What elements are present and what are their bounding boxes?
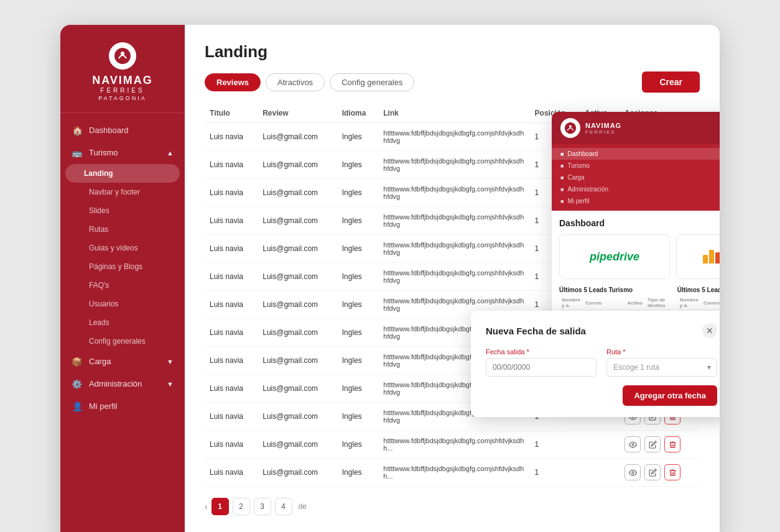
cell-idioma: Ingles xyxy=(337,235,379,263)
cell-acciones xyxy=(620,459,700,487)
overlay-fecha-header: Nueva Fecha de salida ✕ xyxy=(486,323,717,338)
cell-link: httttwww.fdbffjbdsjdbgsjkdbgfg.comjshfdv… xyxy=(378,179,529,207)
overlay-nav-icon-perfil: ■ xyxy=(560,198,564,204)
cell-titulo: Luis navia xyxy=(205,403,258,431)
agregar-fecha-button[interactable]: Agregar otra fecha xyxy=(623,385,717,406)
ov-col-nombre: Nombre y a. xyxy=(559,296,583,310)
crear-button[interactable]: Crear xyxy=(642,71,700,93)
cell-titulo: Luis navia xyxy=(205,431,258,459)
ov-col-tipo: Tipo de destino xyxy=(645,296,671,310)
col-link: Link xyxy=(378,103,529,123)
pagination-suffix: de xyxy=(299,502,307,511)
ga-bar-1 xyxy=(703,255,708,264)
tab-config-generales[interactable]: Config generales xyxy=(330,73,414,91)
tab-reviews[interactable]: Reviews xyxy=(205,73,261,91)
overlay-brand-name: NAVIMAG xyxy=(585,122,621,129)
cell-acciones xyxy=(620,431,700,459)
page-title: Landing xyxy=(205,42,700,62)
overlay-table-turismo-title: Últimos 5 Leads Turismo xyxy=(559,287,671,293)
sidebar-logo: NAVIMAG FERRIES PATAGONIA xyxy=(60,25,185,113)
cell-idioma: Ingles xyxy=(337,179,379,207)
fecha-salida-label: Fecha salida * xyxy=(486,348,597,355)
ruta-select[interactable]: Escoge 1 ruta xyxy=(606,358,717,377)
cell-posicion: 1 xyxy=(530,431,580,459)
overlay-nav-mi-perfil[interactable]: ■ Mi perfil xyxy=(552,195,720,207)
sidebar-group-carga[interactable]: 📦 Carga ▼ xyxy=(60,351,185,373)
overlay-nav-carga[interactable]: ■ Carga xyxy=(552,172,720,183)
col-idioma: Idioma xyxy=(337,103,379,123)
ov-col-nombre-c: Nombre y a. xyxy=(677,296,701,310)
cell-titulo: Luis navia xyxy=(205,375,258,403)
cell-activo xyxy=(580,459,620,487)
cell-titulo: Luis navia xyxy=(205,459,258,487)
sidebar-item-slides[interactable]: Slides xyxy=(60,201,185,220)
cell-review: Luis@gmail.com xyxy=(258,123,337,151)
sidebar-item-config-turismo[interactable]: Config generales xyxy=(60,332,185,351)
sidebar-group-administracion[interactable]: ⚙️ Administración ▼ xyxy=(60,373,185,395)
google-analytics-card: Google Analytics xyxy=(676,234,720,279)
sidebar-group-turismo[interactable]: 🚌 Turismo ▲ xyxy=(60,142,185,164)
table-row: Luis navia Luis@gmail.com Ingles httttww… xyxy=(205,459,700,487)
ga-bars xyxy=(703,250,720,264)
overlay-nav-turismo[interactable]: ■ Turismo xyxy=(552,160,720,172)
chevron-up-icon: ▲ xyxy=(167,149,174,157)
edit-action-icon[interactable] xyxy=(644,464,661,480)
bus-icon: 🚌 xyxy=(72,148,83,158)
cell-link: httttwww.fdbffjbdsjdbgsjkdbgfg.comjshfdv… xyxy=(378,207,529,235)
edit-action-icon[interactable] xyxy=(644,436,661,452)
sidebar-item-landing[interactable]: Landing xyxy=(65,164,180,183)
cell-titulo: Luis navia xyxy=(205,291,258,319)
pagination: ‹ 1 2 3 4 de xyxy=(185,487,720,526)
admin-icon: ⚙️ xyxy=(72,379,83,389)
sidebar-item-mi-perfil[interactable]: 👤 Mi perfil xyxy=(60,395,185,418)
brand-name: NAVIMAG xyxy=(73,75,172,87)
sidebar-item-navbar-footer[interactable]: Navbar y footer xyxy=(60,183,185,201)
cell-titulo: Luis navia xyxy=(205,179,258,207)
cell-titulo: Luis navia xyxy=(205,347,258,375)
page-btn-2[interactable]: 2 xyxy=(233,498,250,515)
cell-titulo: Luis navia xyxy=(205,235,258,263)
sidebar-item-paginas[interactable]: Páginas y Blogs xyxy=(60,257,185,276)
cell-titulo: Luis navia xyxy=(205,123,258,151)
cell-idioma: Ingles xyxy=(337,403,379,431)
ruta-select-wrapper: Escoge 1 ruta xyxy=(606,358,717,377)
overlay-dashboard-title: Dashboard xyxy=(559,218,720,228)
page-btn-1[interactable]: 1 xyxy=(211,498,229,515)
cell-review: Luis@gmail.com xyxy=(258,403,337,431)
delete-action-icon[interactable] xyxy=(664,464,680,480)
tab-atractivos[interactable]: Atractivos xyxy=(266,73,325,91)
sidebar-item-leads[interactable]: Leads xyxy=(60,313,185,332)
cell-link: httttwww.fdbffjbdsjdbgsjkdbgfg.comjshfdv… xyxy=(378,151,529,179)
cell-titulo: Luis navia xyxy=(205,207,258,235)
page-btn-4[interactable]: 4 xyxy=(275,498,292,515)
sidebar-item-guias[interactable]: Guias y videos xyxy=(60,239,185,257)
prev-page-button[interactable]: ‹ xyxy=(205,502,208,511)
overlay-nav-administracion[interactable]: ■ Administración xyxy=(552,183,720,195)
sidebar-item-faqs[interactable]: FAQ's xyxy=(60,276,185,295)
sidebar-item-usuarios[interactable]: Usuarios xyxy=(60,295,185,313)
fecha-salida-group: Fecha salida * xyxy=(486,348,597,377)
cell-idioma: Ingles xyxy=(337,263,379,291)
page-btn-3[interactable]: 3 xyxy=(254,498,271,515)
cell-review: Luis@gmail.com xyxy=(258,179,337,207)
cell-idioma: Ingles xyxy=(337,207,379,235)
view-action-icon[interactable] xyxy=(624,436,641,452)
view-action-icon[interactable] xyxy=(624,464,641,480)
table-row: Luis navia Luis@gmail.com Ingles httttww… xyxy=(205,431,700,459)
sidebar-item-dashboard[interactable]: 🏠 Dashboard xyxy=(60,119,185,142)
cell-idioma: Ingles xyxy=(337,151,379,179)
overlay-nav-dashboard[interactable]: ■ Dashboard xyxy=(552,148,720,160)
delete-action-icon[interactable] xyxy=(664,436,680,452)
cell-review: Luis@gmail.com xyxy=(258,375,337,403)
fecha-salida-input[interactable] xyxy=(486,358,597,377)
brand-tag: PATAGONIA xyxy=(73,95,172,101)
cell-review: Luis@gmail.com xyxy=(258,431,337,459)
tabs-group: Reviews Atractivos Config generales xyxy=(205,73,414,91)
page-header: Landing Reviews Atractivos Config genera… xyxy=(185,25,720,103)
cell-idioma: Ingles xyxy=(337,319,379,347)
cell-idioma: Ingles xyxy=(337,375,379,403)
sidebar-item-rutas[interactable]: Rutas xyxy=(60,220,185,239)
cell-idioma: Ingles xyxy=(337,431,379,459)
close-fecha-button[interactable]: ✕ xyxy=(702,323,717,338)
overlay-nav-icon-carga: ■ xyxy=(560,175,564,181)
